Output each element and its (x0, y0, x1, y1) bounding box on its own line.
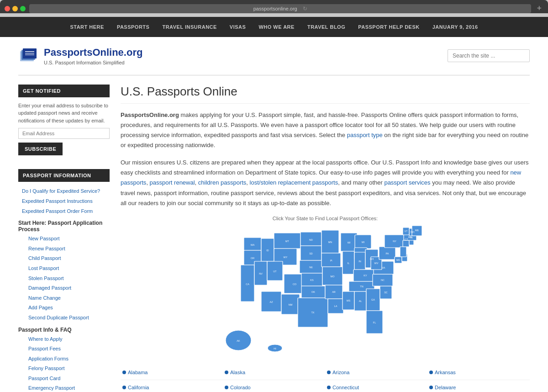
link-lost-passport[interactable]: Lost Passport (25, 264, 110, 274)
svg-text:NH: NH (411, 231, 414, 233)
state-link-delaware[interactable]: Delaware (427, 383, 530, 392)
link-expedited-qualify[interactable]: Do I Qualify for Expedited Service? (18, 186, 110, 196)
link-expedited-instructions[interactable]: Expedited Passport Instructions (18, 196, 110, 207)
list-item[interactable]: Emergency Passport (18, 383, 110, 392)
nav-link-travel-insurance[interactable]: TRAVEL INSURANCE (156, 17, 223, 37)
link-passport-fees[interactable]: Passport Fees (25, 344, 110, 354)
link-stolen-passport[interactable]: Stolen Passport (25, 274, 110, 284)
list-item[interactable]: Passport Card (18, 374, 110, 384)
svg-text:ID: ID (266, 249, 269, 252)
svg-text:SD: SD (309, 252, 313, 255)
list-item[interactable]: Stolen Passport (18, 274, 110, 284)
nav-item-who-we-are[interactable]: WHO WE ARE (252, 17, 301, 37)
link-name-change[interactable]: Name Change (25, 293, 110, 303)
state-link-connecticut[interactable]: Connecticut (325, 383, 427, 392)
refresh-icon[interactable]: ↻ (303, 5, 307, 12)
nav-item-passports[interactable]: PASSPORTS (111, 17, 156, 37)
state-link-alabama[interactable]: Alabama (121, 368, 223, 376)
address-bar[interactable]: passportsonline.org ↻ (29, 4, 531, 13)
svg-text:GA: GA (371, 298, 375, 301)
nav-item-visas[interactable]: VISAS (223, 17, 253, 37)
nav-link-visas[interactable]: VISAS (223, 17, 253, 37)
us-map-svg[interactable]: WA OR CA ID NV MT WY UT AZ NM CO ND (220, 224, 430, 361)
state-name: Alaska (230, 370, 245, 375)
map-section: Click Your State to Find Local Passport … (121, 216, 530, 361)
svg-text:MT: MT (285, 240, 290, 243)
subscribe-button[interactable]: SUBSCRIBE (18, 143, 63, 155)
list-item[interactable]: Do I Qualify for Expedited Service? (18, 186, 110, 196)
state-link-arkansas[interactable]: Arkansas (427, 368, 530, 376)
children-passports-link[interactable]: children passports (198, 179, 247, 186)
main-content: U.S. Passports Online PassportsOnline.or… (121, 85, 530, 392)
list-item[interactable]: Second Duplicate Passport (18, 313, 110, 323)
link-felony-passport[interactable]: Felony Passport (25, 364, 110, 374)
list-item[interactable]: Add Pages (18, 303, 110, 313)
search-input[interactable] (448, 49, 530, 62)
state-link-california[interactable]: California (121, 383, 223, 392)
svg-text:OK: OK (311, 291, 315, 293)
nav-link-start-here[interactable]: START HERE (63, 17, 110, 37)
link-child-passport[interactable]: Child Passport (25, 254, 110, 264)
link-new-passport[interactable]: New Passport (25, 234, 110, 244)
state-name: California (128, 385, 149, 390)
us-map-container: WA OR CA ID NV MT WY UT AZ NM CO ND (121, 224, 530, 361)
svg-text:SC: SC (384, 291, 388, 294)
svg-text:VT: VT (404, 230, 408, 233)
list-item[interactable]: Child Passport (18, 254, 110, 264)
list-item[interactable]: Name Change (18, 293, 110, 303)
state-ct (403, 240, 409, 247)
email-input[interactable] (18, 128, 110, 139)
site-logo-tagline: U.S. Passport Information Simplified (44, 59, 142, 66)
link-where-to-apply[interactable]: Where to Apply (25, 334, 110, 344)
link-renew-passport[interactable]: Renew Passport (25, 244, 110, 254)
sidebar: GET NOTIFIED Enter your email address to… (18, 85, 110, 392)
list-item[interactable]: Expedited Passport Order Form (18, 207, 110, 217)
link-add-pages[interactable]: Add Pages (25, 303, 110, 313)
nav-link-passports[interactable]: PASSPORTS (111, 17, 156, 37)
link-damaged-passport[interactable]: Damaged Passport (25, 283, 110, 293)
passport-info-title: PASSPORT INFORMATION (18, 169, 110, 182)
state-link-arizona[interactable]: Arizona (325, 368, 427, 376)
nav-link-help-desk[interactable]: PASSPORT HELP DESK (352, 17, 426, 37)
list-item[interactable]: Application Forms (18, 354, 110, 364)
nav-item-start-here[interactable]: START HERE (63, 17, 110, 37)
nav-item-travel-blog[interactable]: TRAVEL BLOG (301, 17, 352, 37)
passport-services-link[interactable]: passport services (384, 179, 430, 186)
svg-text:NV: NV (259, 272, 263, 275)
link-passport-card[interactable]: Passport Card (25, 374, 110, 384)
close-button[interactable] (5, 6, 10, 11)
nav-item-travel-insurance[interactable]: TRAVEL INSURANCE (156, 17, 223, 37)
list-item[interactable]: Damaged Passport (18, 283, 110, 293)
link-emergency-passport[interactable]: Emergency Passport (25, 383, 110, 392)
link-expedited-order[interactable]: Expedited Passport Order Form (18, 207, 110, 217)
passport-renewal-link[interactable]: passport renewal (150, 179, 195, 186)
lost-stolen-link[interactable]: lost/stolen replacement passports (250, 179, 338, 186)
list-item[interactable]: Felony Passport (18, 364, 110, 374)
svg-text:NY: NY (393, 240, 396, 243)
state-link-alaska[interactable]: Alaska (223, 368, 325, 376)
link-second-duplicate[interactable]: Second Duplicate Passport (25, 313, 110, 323)
list-item[interactable]: Passport Fees (18, 344, 110, 354)
svg-text:AZ: AZ (269, 301, 273, 303)
logo-icon (18, 48, 38, 64)
maximize-button[interactable] (20, 6, 26, 11)
nav-item-help-desk[interactable]: PASSPORT HELP DESK (352, 17, 426, 37)
minimize-button[interactable] (12, 6, 18, 11)
list-item[interactable]: Where to Apply (18, 334, 110, 344)
state-link-colorado[interactable]: Colorado (223, 383, 325, 392)
list-item[interactable]: New Passport (18, 234, 110, 244)
link-application-forms[interactable]: Application Forms (25, 354, 110, 364)
list-item[interactable]: Expedited Passport Instructions (18, 196, 110, 207)
passport-type-link[interactable]: passport type (347, 132, 383, 138)
state-name: Connecticut (332, 385, 359, 390)
nav-link-who-we-are[interactable]: WHO WE ARE (252, 17, 301, 37)
get-notified-body: Enter your email address to subscribe to… (18, 97, 110, 160)
new-tab-button[interactable]: + (535, 4, 543, 13)
nav-link-travel-blog[interactable]: TRAVEL BLOG (301, 17, 352, 37)
site-logo-name[interactable]: PassportsOnline.org (44, 47, 142, 58)
state-nj (400, 247, 406, 257)
list-item[interactable]: Lost Passport (18, 264, 110, 274)
list-item[interactable]: Renew Passport (18, 244, 110, 254)
passport-info-widget: PASSPORT INFORMATION Do I Qualify for Ex… (18, 169, 110, 392)
svg-text:CA: CA (246, 283, 249, 286)
